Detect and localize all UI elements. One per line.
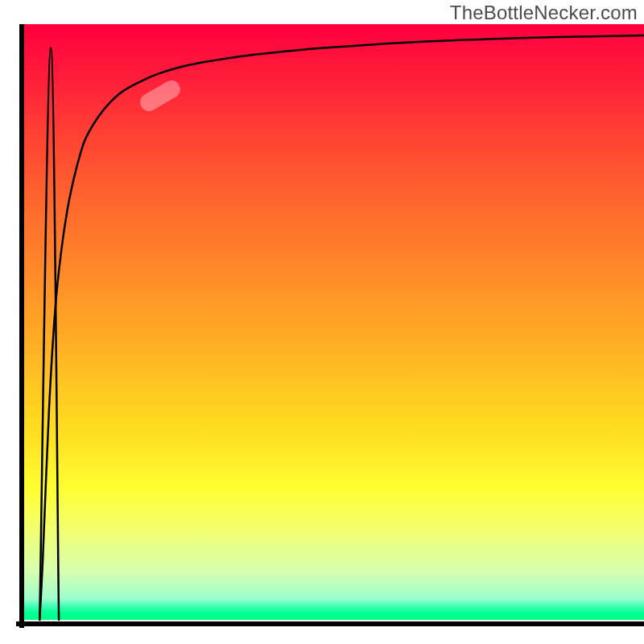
chart-stage: TheBottleNecker.com	[0, 0, 644, 644]
attribution-label: TheBottleNecker.com	[450, 2, 638, 24]
plot-gradient-background	[24, 24, 644, 620]
x-axis	[16, 621, 644, 626]
